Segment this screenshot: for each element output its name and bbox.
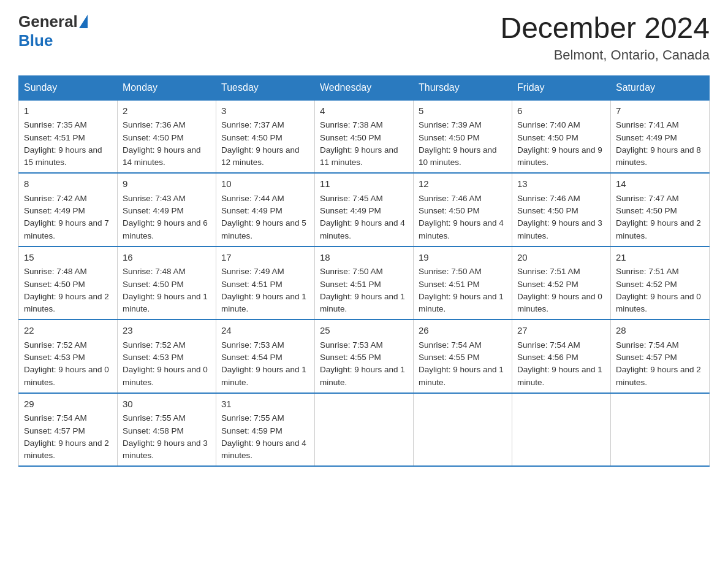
day-number: 24 xyxy=(221,324,309,338)
col-header-sunday: Sunday xyxy=(19,75,118,100)
day-number: 11 xyxy=(320,177,408,191)
calendar-cell: 18Sunrise: 7:50 AMSunset: 4:51 PMDayligh… xyxy=(315,247,414,320)
day-number: 25 xyxy=(320,324,408,338)
calendar-week-row: 8Sunrise: 7:42 AMSunset: 4:49 PMDaylight… xyxy=(19,173,710,247)
day-number: 12 xyxy=(419,177,507,191)
calendar-week-row: 15Sunrise: 7:48 AMSunset: 4:50 PMDayligh… xyxy=(19,247,710,320)
day-number: 22 xyxy=(24,324,112,338)
col-header-thursday: Thursday xyxy=(414,75,512,100)
logo-general: General xyxy=(18,12,78,31)
day-number: 30 xyxy=(123,397,211,412)
day-number: 29 xyxy=(24,397,112,412)
day-number: 26 xyxy=(419,324,507,338)
calendar-cell: 24Sunrise: 7:53 AMSunset: 4:54 PMDayligh… xyxy=(216,320,315,393)
day-number: 8 xyxy=(24,177,112,191)
calendar-cell: 1Sunrise: 7:35 AMSunset: 4:51 PMDaylight… xyxy=(19,100,118,174)
calendar-cell: 25Sunrise: 7:53 AMSunset: 4:55 PMDayligh… xyxy=(315,320,414,393)
calendar-cell: 27Sunrise: 7:54 AMSunset: 4:56 PMDayligh… xyxy=(512,320,611,393)
day-number: 31 xyxy=(221,397,309,412)
calendar-cell: 22Sunrise: 7:52 AMSunset: 4:53 PMDayligh… xyxy=(19,320,118,393)
calendar-cell: 17Sunrise: 7:49 AMSunset: 4:51 PMDayligh… xyxy=(216,247,315,320)
calendar-week-row: 1Sunrise: 7:35 AMSunset: 4:51 PMDaylight… xyxy=(19,100,710,174)
calendar-week-row: 22Sunrise: 7:52 AMSunset: 4:53 PMDayligh… xyxy=(19,320,710,393)
day-number: 21 xyxy=(616,251,704,265)
day-number: 13 xyxy=(517,177,605,191)
day-number: 4 xyxy=(320,104,408,118)
calendar-cell: 5Sunrise: 7:39 AMSunset: 4:50 PMDaylight… xyxy=(414,100,512,174)
calendar-header-row: SundayMondayTuesdayWednesdayThursdayFrid… xyxy=(19,75,710,100)
day-number: 23 xyxy=(123,324,211,338)
calendar-cell xyxy=(512,393,611,467)
day-number: 6 xyxy=(517,104,605,118)
day-number: 19 xyxy=(419,251,507,265)
title-block: December 2024 Belmont, Ontario, Canada xyxy=(500,12,710,63)
calendar-cell: 12Sunrise: 7:46 AMSunset: 4:50 PMDayligh… xyxy=(414,173,512,247)
calendar-week-row: 29Sunrise: 7:54 AMSunset: 4:57 PMDayligh… xyxy=(19,393,710,467)
logo: General Blue xyxy=(18,12,88,50)
calendar-cell: 26Sunrise: 7:54 AMSunset: 4:55 PMDayligh… xyxy=(414,320,512,393)
calendar-cell: 15Sunrise: 7:48 AMSunset: 4:50 PMDayligh… xyxy=(19,247,118,320)
logo-blue: Blue xyxy=(18,31,53,50)
col-header-monday: Monday xyxy=(118,75,216,100)
calendar-cell: 3Sunrise: 7:37 AMSunset: 4:50 PMDaylight… xyxy=(216,100,315,174)
col-header-wednesday: Wednesday xyxy=(315,75,414,100)
day-number: 28 xyxy=(616,324,704,338)
calendar-cell: 10Sunrise: 7:44 AMSunset: 4:49 PMDayligh… xyxy=(216,173,315,247)
calendar-cell xyxy=(611,393,710,467)
day-number: 15 xyxy=(24,251,112,265)
day-number: 5 xyxy=(419,104,507,118)
page-header: General Blue December 2024 Belmont, Onta… xyxy=(18,12,710,63)
day-number: 17 xyxy=(221,251,309,265)
calendar-cell: 20Sunrise: 7:51 AMSunset: 4:52 PMDayligh… xyxy=(512,247,611,320)
day-number: 10 xyxy=(221,177,309,191)
day-number: 7 xyxy=(616,104,704,118)
logo-text: General Blue xyxy=(18,12,88,50)
calendar-cell: 13Sunrise: 7:46 AMSunset: 4:50 PMDayligh… xyxy=(512,173,611,247)
calendar-cell: 30Sunrise: 7:55 AMSunset: 4:58 PMDayligh… xyxy=(118,393,216,467)
day-number: 1 xyxy=(24,104,112,118)
day-number: 14 xyxy=(616,177,704,191)
day-number: 16 xyxy=(123,251,211,265)
calendar-cell: 7Sunrise: 7:41 AMSunset: 4:49 PMDaylight… xyxy=(611,100,710,174)
col-header-tuesday: Tuesday xyxy=(216,75,315,100)
calendar-table: SundayMondayTuesdayWednesdayThursdayFrid… xyxy=(18,75,710,467)
calendar-cell: 23Sunrise: 7:52 AMSunset: 4:53 PMDayligh… xyxy=(118,320,216,393)
calendar-cell: 29Sunrise: 7:54 AMSunset: 4:57 PMDayligh… xyxy=(19,393,118,467)
calendar-cell: 31Sunrise: 7:55 AMSunset: 4:59 PMDayligh… xyxy=(216,393,315,467)
day-number: 3 xyxy=(221,104,309,118)
calendar-cell xyxy=(414,393,512,467)
logo-triangle-icon xyxy=(79,15,88,28)
day-number: 27 xyxy=(517,324,605,338)
calendar-cell: 14Sunrise: 7:47 AMSunset: 4:50 PMDayligh… xyxy=(611,173,710,247)
calendar-cell xyxy=(315,393,414,467)
day-number: 2 xyxy=(123,104,211,118)
calendar-cell: 2Sunrise: 7:36 AMSunset: 4:50 PMDaylight… xyxy=(118,100,216,174)
calendar-cell: 16Sunrise: 7:48 AMSunset: 4:50 PMDayligh… xyxy=(118,247,216,320)
day-number: 9 xyxy=(123,177,211,191)
calendar-cell: 21Sunrise: 7:51 AMSunset: 4:52 PMDayligh… xyxy=(611,247,710,320)
calendar-cell: 8Sunrise: 7:42 AMSunset: 4:49 PMDaylight… xyxy=(19,173,118,247)
col-header-friday: Friday xyxy=(512,75,611,100)
day-number: 20 xyxy=(517,251,605,265)
day-number: 18 xyxy=(320,251,408,265)
calendar-cell: 6Sunrise: 7:40 AMSunset: 4:50 PMDaylight… xyxy=(512,100,611,174)
calendar-cell: 4Sunrise: 7:38 AMSunset: 4:50 PMDaylight… xyxy=(315,100,414,174)
month-title: December 2024 xyxy=(500,12,710,45)
calendar-cell: 9Sunrise: 7:43 AMSunset: 4:49 PMDaylight… xyxy=(118,173,216,247)
calendar-cell: 11Sunrise: 7:45 AMSunset: 4:49 PMDayligh… xyxy=(315,173,414,247)
calendar-cell: 19Sunrise: 7:50 AMSunset: 4:51 PMDayligh… xyxy=(414,247,512,320)
col-header-saturday: Saturday xyxy=(611,75,710,100)
calendar-cell: 28Sunrise: 7:54 AMSunset: 4:57 PMDayligh… xyxy=(611,320,710,393)
location-text: Belmont, Ontario, Canada xyxy=(500,47,710,63)
